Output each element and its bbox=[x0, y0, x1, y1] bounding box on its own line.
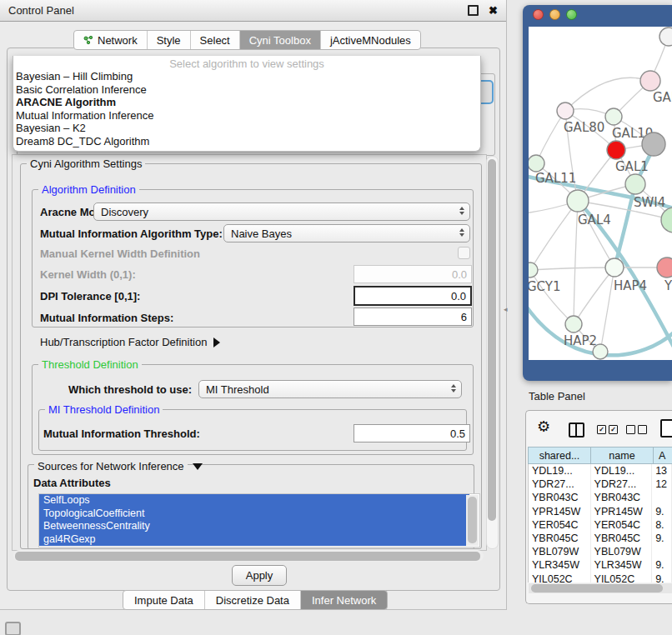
network-node[interactable] bbox=[661, 208, 672, 232]
list-scrollbar-track[interactable] bbox=[466, 495, 479, 546]
mi-threshold-input[interactable]: 0.5 bbox=[354, 424, 470, 442]
tab-impute-data[interactable]: Impute Data bbox=[123, 591, 205, 609]
table-cell[interactable]: 9. bbox=[652, 505, 672, 518]
table-row[interactable]: YDR27...YDR27...12 bbox=[529, 478, 672, 491]
table-cell[interactable]: YPR145W bbox=[529, 505, 591, 518]
select-all-checkboxes-icon[interactable]: ✓✓ bbox=[597, 425, 618, 434]
network-node-gal1[interactable] bbox=[607, 141, 625, 159]
table-row[interactable]: YPR145WYPR145W9. bbox=[529, 505, 672, 518]
tab-style[interactable]: Style bbox=[148, 31, 191, 49]
column-header[interactable]: name bbox=[590, 447, 653, 464]
algorithm-option[interactable]: Mutual Information Inference bbox=[13, 109, 480, 122]
horizontal-scrollbar-thumb[interactable] bbox=[15, 552, 480, 561]
tab-infer-network[interactable]: Infer Network bbox=[301, 591, 387, 609]
attribute-item-selected[interactable]: BetweennessCentrality bbox=[39, 520, 469, 533]
table-cell[interactable]: 13 bbox=[652, 464, 672, 478]
table-cell[interactable]: YBL079W bbox=[591, 545, 653, 558]
network-node-gal[interactable] bbox=[640, 71, 660, 91]
table-row[interactable]: YLR345WYLR345W9. bbox=[529, 558, 672, 572]
table-row[interactable]: YBR045CYBR045C9. bbox=[529, 532, 672, 545]
network-node-gal11[interactable] bbox=[529, 155, 544, 172]
table-cell[interactable]: 9. bbox=[652, 532, 672, 545]
table-cell[interactable]: YER054C bbox=[591, 518, 653, 532]
kernel-width-input[interactable]: 0.0 bbox=[354, 265, 472, 283]
dpi-tolerance-input[interactable]: 0.0 bbox=[354, 286, 472, 306]
table-cell[interactable]: YER054C bbox=[529, 518, 591, 532]
attribute-item-selected[interactable]: gal4RGexp bbox=[39, 533, 469, 547]
zoom-traffic-light-icon[interactable] bbox=[566, 9, 577, 20]
network-edge[interactable] bbox=[536, 111, 565, 163]
table-hscrollbar-thumb[interactable] bbox=[531, 584, 663, 592]
attribute-item-selected[interactable]: TopologicalCoefficient bbox=[39, 508, 469, 521]
aracne-mode-select[interactable]: Discovery bbox=[93, 202, 470, 221]
algorithm-option[interactable]: Bayesian – Hill Climbing bbox=[13, 70, 480, 83]
function-builder-icon[interactable] bbox=[660, 419, 672, 438]
algorithm-option[interactable]: Bayesian – K2 bbox=[13, 122, 480, 135]
network-node[interactable] bbox=[593, 344, 608, 359]
close-traffic-light-icon[interactable] bbox=[533, 9, 544, 20]
algorithm-option[interactable]: ARACNE Algorithm bbox=[13, 96, 480, 109]
network-edge[interactable] bbox=[600, 268, 614, 352]
table-cell[interactable]: YBR043C bbox=[529, 491, 591, 504]
mi-type-select[interactable]: Naive Bayes bbox=[223, 224, 470, 242]
gear-icon[interactable]: ⚙ bbox=[537, 419, 550, 434]
table-cell[interactable]: 9. bbox=[652, 558, 672, 572]
network-canvas[interactable]: GALGAL80GAL10GAL1GAL11SWI4GAL4GCY1HAP4YH… bbox=[529, 27, 672, 360]
hub-definition-toggle[interactable]: Hub/Transcription Factor Definition bbox=[40, 334, 220, 349]
tab-select[interactable]: Select bbox=[191, 31, 240, 49]
table-cell[interactable]: YLR345W bbox=[529, 558, 591, 572]
attribute-item-selected[interactable]: SelfLoops bbox=[39, 494, 469, 508]
table-cell[interactable]: YIL052C bbox=[529, 572, 591, 583]
network-node[interactable] bbox=[642, 132, 665, 156]
which-threshold-select[interactable]: MI Threshold bbox=[198, 380, 462, 398]
table-cell[interactable]: YDR27... bbox=[591, 478, 653, 491]
table-cell[interactable]: YDL19... bbox=[591, 464, 653, 478]
network-node-swi4[interactable] bbox=[625, 174, 645, 194]
network-edge[interactable] bbox=[530, 270, 574, 324]
table-cell[interactable]: 8. bbox=[652, 518, 672, 532]
vertical-scrollbar-thumb[interactable] bbox=[488, 159, 496, 521]
table-cell[interactable]: YPR145W bbox=[591, 505, 653, 518]
network-node-hap4[interactable] bbox=[605, 258, 624, 277]
column-header[interactable]: shared... bbox=[528, 447, 590, 464]
network-node-hap2[interactable] bbox=[565, 316, 582, 332]
table-row[interactable]: YDL19...YDL19...13 bbox=[529, 464, 672, 478]
table-row[interactable]: YBR043CYBR043C bbox=[529, 491, 672, 504]
deselect-all-checkboxes-icon[interactable] bbox=[626, 425, 647, 434]
split-pane-handle-icon[interactable]: ◂ bbox=[504, 305, 508, 313]
network-node-gal10[interactable] bbox=[605, 108, 622, 125]
network-node-gal4[interactable] bbox=[567, 190, 589, 212]
table-row[interactable]: YBL079WYBL079W bbox=[529, 545, 672, 558]
table-cell[interactable]: YDR27... bbox=[529, 478, 591, 491]
minimize-traffic-light-icon[interactable] bbox=[549, 9, 560, 20]
data-attributes-list[interactable]: SelfLoopsTopologicalCoefficientBetweenne… bbox=[38, 493, 480, 548]
network-node-gal80[interactable] bbox=[557, 102, 574, 119]
column-header[interactable]: A bbox=[653, 447, 672, 464]
tab-jactivemnodules[interactable]: jActiveMNodules bbox=[321, 31, 420, 49]
tab-discretize-data[interactable]: Discretize Data bbox=[205, 591, 301, 609]
network-node-gcy1[interactable] bbox=[529, 262, 538, 278]
table-cell[interactable]: YBL079W bbox=[529, 545, 591, 558]
table-cell[interactable]: YBR043C bbox=[591, 491, 653, 504]
docked-panel-icon[interactable] bbox=[5, 622, 21, 635]
table-cell[interactable] bbox=[652, 545, 672, 558]
float-window-icon[interactable] bbox=[468, 5, 479, 16]
table-cell[interactable] bbox=[652, 491, 672, 504]
table-cell[interactable]: YBR045C bbox=[529, 532, 591, 545]
table-row[interactable]: YER054CYER054C8. bbox=[529, 518, 672, 532]
algorithm-option[interactable]: Basic Correlation Inference bbox=[13, 83, 480, 97]
network-edge[interactable] bbox=[530, 268, 614, 270]
table-cell[interactable]: YIL052C bbox=[591, 572, 653, 583]
table-row[interactable]: YIL052CYIL052C9. bbox=[529, 572, 672, 583]
tab-network[interactable]: Network bbox=[74, 31, 148, 49]
table-cell[interactable]: YDL19... bbox=[529, 464, 591, 478]
network-node-y[interactable] bbox=[657, 258, 672, 278]
table-cell[interactable]: 9. bbox=[652, 572, 672, 583]
manual-kernel-checkbox[interactable] bbox=[458, 247, 470, 259]
sources-toggle[interactable]: Sources for Network Inference bbox=[34, 458, 203, 473]
list-scrollbar-thumb[interactable] bbox=[468, 497, 477, 543]
mi-steps-input[interactable]: 6 bbox=[354, 308, 472, 326]
table-cell[interactable]: YBR045C bbox=[591, 532, 653, 545]
network-edge[interactable] bbox=[565, 78, 650, 111]
close-icon[interactable]: ✖ bbox=[489, 7, 498, 15]
